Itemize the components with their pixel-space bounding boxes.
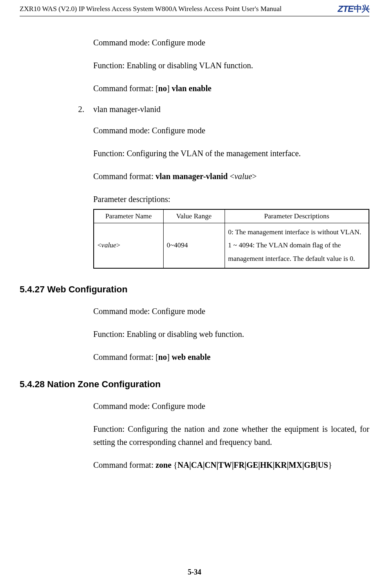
param-desc-label: Parameter descriptions: bbox=[93, 193, 369, 206]
angle-close: > bbox=[252, 172, 256, 181]
th-value-range: Value Range bbox=[163, 209, 225, 223]
function-text: Function: Enabling or disabling web func… bbox=[93, 328, 369, 341]
cmd-zone: zone bbox=[155, 460, 171, 469]
parameter-table: Parameter Name Value Range Parameter Des… bbox=[93, 209, 369, 269]
value-placeholder: value bbox=[234, 172, 252, 181]
section-5-4-27-heading: 5.4.27 Web Configuration bbox=[20, 284, 369, 295]
main-content: Command mode: Configure mode Function: E… bbox=[20, 36, 369, 471]
cmd-prefix: Command format: bbox=[93, 172, 155, 181]
cmd-prefix: Command format: bbox=[93, 460, 155, 469]
cmd-mid: ] bbox=[167, 84, 172, 93]
page-number: 5-34 bbox=[188, 568, 201, 576]
table-row: <value> 0~4094 0: The management interfa… bbox=[94, 223, 369, 268]
header-title: ZXR10 WAS (V2.0) IP Wireless Access Syst… bbox=[20, 5, 282, 13]
function-text: Function: Enabling or disabling VLAN fun… bbox=[93, 59, 369, 72]
cmd-vlan-enable: vlan enable bbox=[172, 84, 211, 93]
list-number: 2. bbox=[77, 105, 84, 114]
cmd-prefix: Command format: [ bbox=[93, 352, 158, 361]
command-mode-text: Command mode: Configure mode bbox=[93, 36, 369, 49]
cmd-mid: ] bbox=[167, 352, 172, 361]
cmd-web-enable: web enable bbox=[172, 352, 211, 361]
angle-open: < bbox=[228, 172, 234, 181]
function-text: Function: Configuring the nation and zon… bbox=[93, 422, 369, 449]
command-format-text: Command format: [no] vlan enable bbox=[93, 82, 369, 95]
td-param-name: <value> bbox=[94, 223, 163, 268]
td-param-desc: 0: The management interface is without V… bbox=[225, 223, 369, 268]
angle-open: < bbox=[97, 241, 101, 249]
page-header: ZXR10 WAS (V2.0) IP Wireless Access Syst… bbox=[20, 0, 369, 16]
command-mode-text: Command mode: Configure mode bbox=[93, 305, 369, 318]
command-mode-text: Command mode: Configure mode bbox=[93, 124, 369, 137]
command-format-text: Command format: vlan manager-vlanid <val… bbox=[93, 170, 369, 183]
zone-options: NA|CA|CN|TW|FR|GE|HK|KR|MX|GB|US bbox=[178, 460, 328, 469]
zte-logo: ZTE中兴 bbox=[337, 3, 369, 14]
brace-open: { bbox=[171, 460, 178, 469]
cmd-no: no bbox=[158, 352, 167, 361]
logo-text: ZTE bbox=[337, 4, 353, 14]
cmd-vlan-manager: vlan manager-vlanid bbox=[155, 172, 228, 181]
page-footer: 5-34 bbox=[0, 568, 389, 577]
list-text: vlan manager-vlanid bbox=[93, 105, 161, 114]
command-format-text: Command format: [no] web enable bbox=[93, 350, 369, 364]
section-5-4-28-heading: 5.4.28 Nation Zone Configuration bbox=[20, 379, 369, 390]
table-header-row: Parameter Name Value Range Parameter Des… bbox=[94, 209, 369, 223]
cmd-prefix: Command format: [ bbox=[93, 84, 158, 93]
cmd-no: no bbox=[158, 84, 167, 93]
angle-close: > bbox=[116, 241, 120, 249]
td-value-range: 0~4094 bbox=[163, 223, 225, 268]
function-text: Function: Configuring the VLAN of the ma… bbox=[93, 147, 369, 160]
command-mode-text: Command mode: Configure mode bbox=[93, 399, 369, 413]
logo-cn: 中兴 bbox=[354, 3, 369, 14]
th-param-name: Parameter Name bbox=[94, 209, 163, 223]
brace-close: } bbox=[328, 460, 332, 469]
command-format-text: Command format: zone {NA|CA|CN|TW|FR|GE|… bbox=[93, 458, 369, 471]
list-item-2: 2. vlan manager-vlanid bbox=[77, 105, 369, 114]
th-param-desc: Parameter Descriptions bbox=[225, 209, 369, 223]
value-placeholder: value bbox=[101, 241, 117, 249]
